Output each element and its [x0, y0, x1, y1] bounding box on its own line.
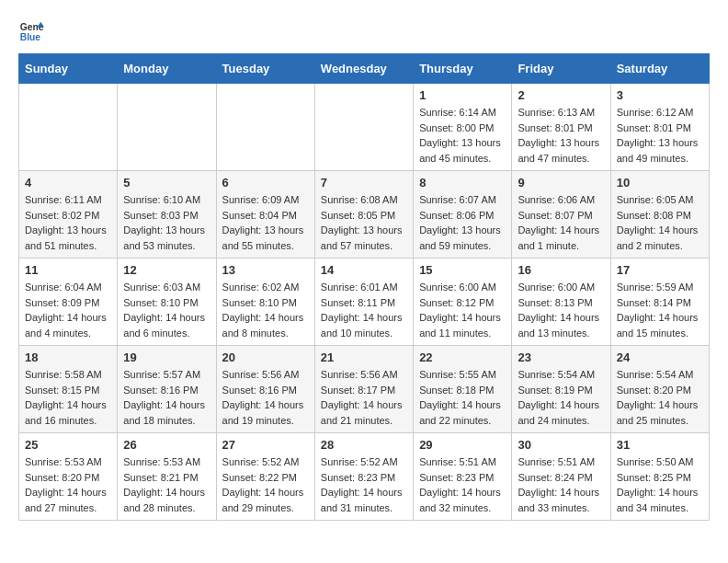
day-number: 31 [617, 438, 703, 452]
day-number: 27 [222, 438, 309, 452]
cell-content: Sunrise: 6:03 AM Sunset: 8:10 PM Dayligh… [123, 280, 210, 340]
weekday-header-thursday: Thursday [414, 54, 512, 84]
cell-content: Sunrise: 5:53 AM Sunset: 8:21 PM Dayligh… [123, 454, 210, 515]
calendar-cell: 16Sunrise: 6:00 AM Sunset: 8:13 PM Dayli… [512, 259, 610, 346]
page-header: General Blue [18, 18, 710, 44]
calendar-cell [19, 84, 118, 171]
calendar-cell: 6Sunrise: 6:09 AM Sunset: 8:04 PM Daylig… [216, 171, 314, 259]
day-number: 1 [419, 88, 506, 102]
logo: General Blue [18, 18, 44, 44]
day-number: 2 [518, 88, 604, 102]
calendar-cell: 12Sunrise: 6:03 AM Sunset: 8:10 PM Dayli… [118, 259, 216, 346]
cell-content: Sunrise: 5:51 AM Sunset: 8:23 PM Dayligh… [419, 454, 506, 515]
day-number: 11 [25, 263, 111, 277]
cell-content: Sunrise: 6:10 AM Sunset: 8:03 PM Dayligh… [123, 192, 210, 253]
cell-content: Sunrise: 5:52 AM Sunset: 8:23 PM Dayligh… [321, 454, 407, 515]
day-number: 8 [419, 176, 506, 190]
calendar-cell [314, 84, 413, 171]
day-number: 12 [123, 263, 210, 277]
cell-content: Sunrise: 6:04 AM Sunset: 8:09 PM Dayligh… [25, 280, 111, 340]
calendar-cell: 9Sunrise: 6:06 AM Sunset: 8:07 PM Daylig… [512, 171, 610, 259]
calendar-cell: 29Sunrise: 5:51 AM Sunset: 8:23 PM Dayli… [414, 433, 512, 521]
calendar-cell: 3Sunrise: 6:12 AM Sunset: 8:01 PM Daylig… [610, 84, 709, 171]
cell-content: Sunrise: 5:51 AM Sunset: 8:24 PM Dayligh… [518, 454, 604, 515]
calendar-cell: 27Sunrise: 5:52 AM Sunset: 8:22 PM Dayli… [216, 433, 314, 521]
weekday-header-wednesday: Wednesday [314, 54, 413, 84]
day-number: 25 [25, 438, 111, 452]
cell-content: Sunrise: 6:00 AM Sunset: 8:13 PM Dayligh… [518, 280, 604, 340]
calendar-cell: 28Sunrise: 5:52 AM Sunset: 8:23 PM Dayli… [314, 433, 413, 521]
calendar-cell: 20Sunrise: 5:56 AM Sunset: 8:16 PM Dayli… [216, 346, 314, 433]
calendar-cell: 24Sunrise: 5:54 AM Sunset: 8:20 PM Dayli… [610, 346, 709, 433]
calendar-cell: 25Sunrise: 5:53 AM Sunset: 8:20 PM Dayli… [19, 433, 118, 521]
calendar-cell: 15Sunrise: 6:00 AM Sunset: 8:12 PM Dayli… [414, 259, 512, 346]
calendar-cell [216, 84, 314, 171]
day-number: 15 [419, 263, 506, 277]
day-number: 10 [617, 176, 703, 190]
day-number: 30 [518, 438, 604, 452]
day-number: 14 [321, 263, 407, 277]
day-number: 22 [419, 350, 506, 364]
calendar-cell [118, 84, 216, 171]
calendar-cell: 14Sunrise: 6:01 AM Sunset: 8:11 PM Dayli… [314, 259, 413, 346]
day-number: 9 [518, 176, 604, 190]
day-number: 3 [617, 88, 703, 102]
cell-content: Sunrise: 5:54 AM Sunset: 8:20 PM Dayligh… [617, 367, 703, 428]
cell-content: Sunrise: 5:55 AM Sunset: 8:18 PM Dayligh… [419, 367, 506, 428]
calendar-cell: 18Sunrise: 5:58 AM Sunset: 8:15 PM Dayli… [19, 346, 118, 433]
day-number: 6 [222, 176, 309, 190]
cell-content: Sunrise: 5:56 AM Sunset: 8:16 PM Dayligh… [222, 367, 309, 428]
calendar-cell: 10Sunrise: 6:05 AM Sunset: 8:08 PM Dayli… [610, 171, 709, 259]
cell-content: Sunrise: 6:09 AM Sunset: 8:04 PM Dayligh… [222, 192, 309, 253]
cell-content: Sunrise: 6:13 AM Sunset: 8:01 PM Dayligh… [518, 105, 604, 166]
calendar-cell: 13Sunrise: 6:02 AM Sunset: 8:10 PM Dayli… [216, 259, 314, 346]
calendar-cell: 5Sunrise: 6:10 AM Sunset: 8:03 PM Daylig… [118, 171, 216, 259]
cell-content: Sunrise: 6:02 AM Sunset: 8:10 PM Dayligh… [222, 280, 309, 340]
cell-content: Sunrise: 5:54 AM Sunset: 8:19 PM Dayligh… [518, 367, 604, 428]
cell-content: Sunrise: 5:57 AM Sunset: 8:16 PM Dayligh… [123, 367, 210, 428]
calendar-cell: 1Sunrise: 6:14 AM Sunset: 8:00 PM Daylig… [414, 84, 512, 171]
calendar-cell: 4Sunrise: 6:11 AM Sunset: 8:02 PM Daylig… [19, 171, 118, 259]
weekday-header-saturday: Saturday [610, 54, 709, 84]
cell-content: Sunrise: 5:59 AM Sunset: 8:14 PM Dayligh… [617, 280, 703, 340]
cell-content: Sunrise: 5:53 AM Sunset: 8:20 PM Dayligh… [25, 454, 111, 515]
calendar-cell: 8Sunrise: 6:07 AM Sunset: 8:06 PM Daylig… [414, 171, 512, 259]
calendar-week-row: 18Sunrise: 5:58 AM Sunset: 8:15 PM Dayli… [19, 346, 710, 433]
cell-content: Sunrise: 5:56 AM Sunset: 8:17 PM Dayligh… [321, 367, 407, 428]
day-number: 17 [617, 263, 703, 277]
day-number: 7 [321, 176, 407, 190]
calendar-cell: 7Sunrise: 6:08 AM Sunset: 8:05 PM Daylig… [314, 171, 413, 259]
cell-content: Sunrise: 6:00 AM Sunset: 8:12 PM Dayligh… [419, 280, 506, 340]
calendar-cell: 11Sunrise: 6:04 AM Sunset: 8:09 PM Dayli… [19, 259, 118, 346]
calendar-week-row: 1Sunrise: 6:14 AM Sunset: 8:00 PM Daylig… [19, 84, 710, 171]
calendar-week-row: 11Sunrise: 6:04 AM Sunset: 8:09 PM Dayli… [19, 259, 710, 346]
calendar-cell: 17Sunrise: 5:59 AM Sunset: 8:14 PM Dayli… [610, 259, 709, 346]
calendar-cell: 21Sunrise: 5:56 AM Sunset: 8:17 PM Dayli… [314, 346, 413, 433]
cell-content: Sunrise: 6:01 AM Sunset: 8:11 PM Dayligh… [321, 280, 407, 340]
cell-content: Sunrise: 6:07 AM Sunset: 8:06 PM Dayligh… [419, 192, 506, 253]
day-number: 24 [617, 350, 703, 364]
cell-content: Sunrise: 6:06 AM Sunset: 8:07 PM Dayligh… [518, 192, 604, 253]
calendar-cell: 31Sunrise: 5:50 AM Sunset: 8:25 PM Dayli… [610, 433, 709, 521]
cell-content: Sunrise: 6:11 AM Sunset: 8:02 PM Dayligh… [25, 192, 111, 253]
cell-content: Sunrise: 5:58 AM Sunset: 8:15 PM Dayligh… [25, 367, 111, 428]
day-number: 20 [222, 350, 309, 364]
calendar-cell: 22Sunrise: 5:55 AM Sunset: 8:18 PM Dayli… [414, 346, 512, 433]
calendar-week-row: 4Sunrise: 6:11 AM Sunset: 8:02 PM Daylig… [19, 171, 710, 259]
day-number: 21 [321, 350, 407, 364]
calendar-cell: 23Sunrise: 5:54 AM Sunset: 8:19 PM Dayli… [512, 346, 610, 433]
weekday-header-friday: Friday [512, 54, 610, 84]
calendar-table: SundayMondayTuesdayWednesdayThursdayFrid… [18, 53, 710, 521]
weekday-header-monday: Monday [118, 54, 216, 84]
day-number: 18 [25, 350, 111, 364]
day-number: 4 [25, 176, 111, 190]
calendar-cell: 30Sunrise: 5:51 AM Sunset: 8:24 PM Dayli… [512, 433, 610, 521]
day-number: 16 [518, 263, 604, 277]
svg-text:Blue: Blue [20, 32, 41, 42]
day-number: 5 [123, 176, 210, 190]
calendar-cell: 19Sunrise: 5:57 AM Sunset: 8:16 PM Dayli… [118, 346, 216, 433]
calendar-cell: 26Sunrise: 5:53 AM Sunset: 8:21 PM Dayli… [118, 433, 216, 521]
cell-content: Sunrise: 6:14 AM Sunset: 8:00 PM Dayligh… [419, 105, 506, 166]
cell-content: Sunrise: 5:50 AM Sunset: 8:25 PM Dayligh… [617, 454, 703, 515]
cell-content: Sunrise: 6:08 AM Sunset: 8:05 PM Dayligh… [321, 192, 407, 253]
